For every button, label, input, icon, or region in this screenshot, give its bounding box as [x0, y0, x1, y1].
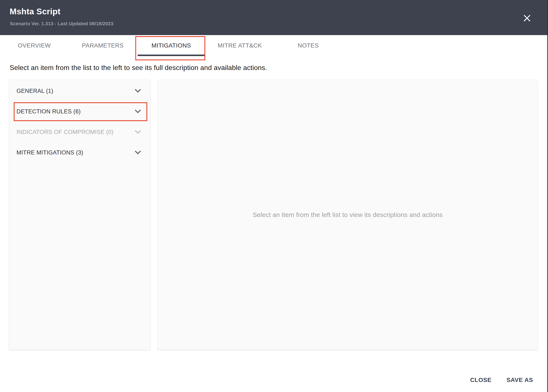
dialog-header: Mshta Script Scenario Ver. 1.313 - Last … — [0, 0, 547, 35]
window-edge-strip — [547, 0, 548, 392]
tab-label: PARAMETERS — [82, 42, 124, 49]
category-label: GENERAL (1) — [16, 88, 53, 94]
x-icon — [522, 14, 532, 23]
save-as-button[interactable]: SAVE AS — [505, 376, 534, 384]
dialog-title: Mshta Script — [10, 7, 61, 16]
chevron-down-icon[interactable] — [135, 110, 141, 113]
tab-notes[interactable]: NOTES — [274, 35, 343, 56]
close-button[interactable]: CLOSE — [469, 376, 493, 384]
instruction-text: Select an item from the list to the left… — [10, 64, 267, 72]
chevron-down-icon — [135, 130, 141, 134]
tab-label: MITIGATIONS — [152, 42, 191, 49]
dialog-footer: CLOSE SAVE AS — [469, 376, 534, 384]
dialog-subtitle: Scenario Ver. 1.313 - Last Updated 08/18… — [10, 21, 113, 27]
tab-label: OVERVIEW — [18, 42, 51, 49]
active-tab-underline — [138, 55, 205, 56]
mitigation-category-list: GENERAL (1) DETECTION RULES (6) INDICATO… — [9, 80, 150, 350]
category-row-mitre-mitigations[interactable]: MITRE MITIGATIONS (3) — [9, 142, 150, 163]
tab-label: NOTES — [298, 42, 319, 49]
close-icon[interactable] — [522, 14, 532, 23]
category-label: MITRE MITIGATIONS (3) — [16, 149, 83, 156]
tab-mitigations[interactable]: MITIGATIONS — [137, 35, 205, 56]
category-label: DETECTION RULES (6) — [16, 108, 81, 115]
tab-label: MITRE ATT&CK — [218, 42, 262, 49]
tab-mitre-attck[interactable]: MITRE ATT&CK — [205, 35, 274, 56]
tab-overview[interactable]: OVERVIEW — [0, 35, 69, 56]
tab-parameters[interactable]: PARAMETERS — [69, 35, 137, 56]
tab-bar: OVERVIEW PARAMETERS MITIGATIONS MITRE AT… — [0, 35, 343, 56]
category-row-indicators-of-compromise: INDICATORS OF COMPROMISE (0) — [9, 122, 150, 142]
category-label: INDICATORS OF COMPROMISE (0) — [16, 129, 113, 135]
category-row-general[interactable]: GENERAL (1) — [9, 81, 150, 101]
mitigation-detail-panel: Select an Item from the left list to vie… — [158, 80, 538, 350]
chevron-down-icon[interactable] — [135, 151, 141, 154]
category-row-detection-rules[interactable]: DETECTION RULES (6) — [9, 101, 150, 122]
detail-placeholder: Select an Item from the left list to vie… — [253, 211, 443, 218]
chevron-down-icon[interactable] — [135, 89, 141, 93]
